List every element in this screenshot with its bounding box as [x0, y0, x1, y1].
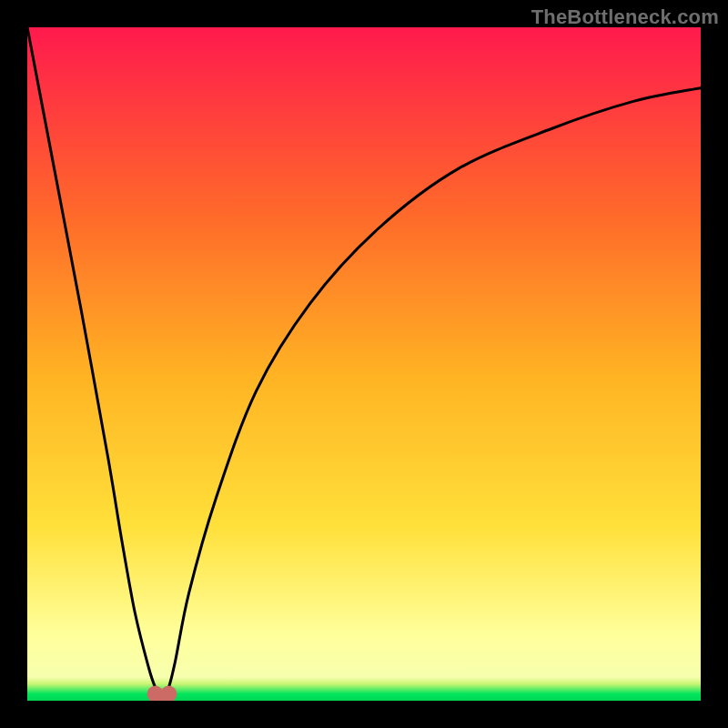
chart-frame — [27, 27, 701, 701]
gradient-background — [27, 27, 701, 701]
chart-svg — [27, 27, 701, 701]
watermark-text: TheBottleneck.com — [531, 5, 719, 29]
